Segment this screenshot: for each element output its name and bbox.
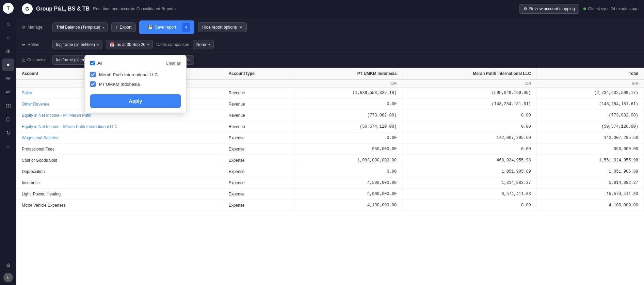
- cell-account-type: Revenue: [223, 110, 295, 121]
- table-row: DepreciationExpense0.001,051,905.891,051…: [16, 166, 644, 177]
- bills-icon[interactable]: ◫: [2, 99, 14, 112]
- save-icon: 💾: [148, 25, 153, 30]
- entity-checkbox-pt-umkm[interactable]: [90, 81, 96, 87]
- apply-button[interactable]: Apply: [90, 94, 181, 108]
- cell-account-type: Expense: [223, 132, 295, 144]
- filter-icon: ☰: [22, 42, 26, 47]
- col-merah-putih: Merah Putih International LLC: [402, 68, 537, 80]
- reports-icon[interactable]: ●: [2, 59, 14, 71]
- currency-pt-umkm: IDR: [295, 80, 402, 87]
- entity-item-pt-umkm: PT UMKM Indonesia: [90, 79, 181, 89]
- cell-total: 5,814,882.37: [536, 177, 644, 189]
- avatar[interactable]: U: [3, 273, 13, 282]
- clear-all-button[interactable]: Clear all: [166, 61, 181, 66]
- cell-account-type: Expense: [223, 200, 295, 211]
- cell-account-type: Revenue: [223, 121, 295, 132]
- cell-account[interactable]: Wages and Salaries: [16, 132, 223, 144]
- search-icon[interactable]: ⌕: [2, 31, 14, 44]
- cell-merah-putih: 142,007,295.60: [402, 132, 537, 144]
- cell-merah-putih: 468,024,955.98: [402, 155, 537, 166]
- cell-account-type: Revenue: [223, 99, 295, 110]
- col-pt-umkm: PT UMKM Indonesia: [295, 68, 402, 80]
- cell-account-type: Expense: [223, 166, 295, 177]
- template-dropdown[interactable]: Trial Balance (Template) ▾: [52, 22, 108, 32]
- sync-icon[interactable]: ↻: [2, 127, 14, 139]
- cell-total: (50,574,120.00): [536, 121, 644, 132]
- home-icon[interactable]: ⌂: [2, 18, 14, 30]
- cell-pt-umkm: 0.00: [295, 166, 402, 177]
- cell-account-type: Expense: [223, 155, 295, 166]
- page-title: Group P&L, BS & TB: [36, 6, 90, 12]
- hide-report-options-button[interactable]: Hide report options ✕: [198, 22, 246, 32]
- date-dropdown[interactable]: 📅 as at 30 Sep 20 ▾: [106, 40, 153, 49]
- export-button[interactable]: ↑ Export: [111, 22, 136, 32]
- cell-merah-putih: 0.00: [402, 110, 537, 121]
- cell-account: Light, Power, Heating: [16, 189, 223, 200]
- cell-account-type: Expense: [223, 144, 295, 155]
- cell-pt-umkm: 4,100,000.00: [295, 200, 402, 211]
- cell-account: Insurance: [16, 177, 223, 189]
- select-all-checkbox[interactable]: [90, 61, 95, 65]
- col-account-type: Account type: [223, 68, 295, 80]
- connections-icon[interactable]: ⬡: [2, 113, 14, 125]
- cell-total: 15,574,411.83: [536, 189, 644, 200]
- save-report-dropdown-button[interactable]: ▾: [182, 23, 190, 32]
- app-logo[interactable]: T: [3, 3, 14, 14]
- cell-pt-umkm: (50,574,120.00): [295, 121, 402, 132]
- cell-pt-umkm: 950,000.00: [295, 144, 402, 155]
- review-account-mapping-button[interactable]: ⚙ Review account mapping: [519, 4, 579, 14]
- table-row: Professional FeesExpense950,000.000.0095…: [16, 144, 644, 155]
- cell-merah-putih: 1,051,905.89: [402, 166, 537, 177]
- sync-status: Oldest sync 24 minutes ago: [583, 6, 639, 11]
- col-total: Total: [536, 68, 644, 80]
- sidebar: T ⌂ ⌕ ⊞ ● AP AR ◫ ⬡ ↻ ⌕ ⚙ U: [0, 0, 16, 285]
- main-content: G Group P&L, BS & TB Real-time and accur…: [16, 0, 644, 285]
- save-report-button[interactable]: 💾 Save report: [144, 23, 180, 32]
- cell-merah-putih: 0.00: [402, 144, 537, 155]
- sync-indicator: [583, 7, 586, 10]
- export-icon: ↑: [116, 25, 118, 30]
- grid-icon[interactable]: ⊞: [2, 45, 14, 57]
- ar-icon[interactable]: AR: [2, 86, 14, 98]
- table-row: InsuranceExpense4,500,000.001,314,882.37…: [16, 177, 644, 189]
- table-row: Cost of Goods SoldExpense1,093,000,000.0…: [16, 155, 644, 166]
- gear-icon: ⚙: [524, 6, 527, 11]
- cell-pt-umkm: 0.00: [295, 99, 402, 110]
- cell-account-type: Expense: [223, 177, 295, 189]
- cell-total: (2,234,602,509.17): [536, 87, 644, 99]
- entity-dropdown[interactable]: logiframe (all entities) ▾: [52, 40, 102, 49]
- chevron-down-icon: ▾: [185, 25, 187, 30]
- cell-pt-umkm: 0.00: [295, 132, 402, 144]
- cell-pt-umkm: (773,082.00): [295, 110, 402, 121]
- table-row: Light, Power, HeatingExpense9,000,000.00…: [16, 189, 644, 200]
- dates-comparison-label: Dates comparison: [156, 42, 189, 47]
- table-row: Equity in Net Income - Merah Putih Inter…: [16, 121, 644, 132]
- table-row: Motor Vehicle ExpensesExpense4,100,000.0…: [16, 200, 644, 211]
- currency-merah-putih: IDR: [402, 80, 537, 87]
- comparison-dropdown[interactable]: None ▾: [193, 40, 214, 49]
- select-all-label: All: [90, 61, 102, 66]
- cell-merah-putih: 1,314,882.37: [402, 177, 537, 189]
- topbar: G Group P&L, BS & TB Real-time and accur…: [16, 0, 644, 18]
- cell-merah-putih: 6,574,411.83: [402, 189, 537, 200]
- lookup-icon[interactable]: ⌕: [2, 140, 14, 153]
- chevron-down-icon: ▾: [97, 43, 99, 47]
- entity-checkbox-merah-putih[interactable]: [90, 72, 96, 77]
- refine-label: ☰ Refine:: [22, 42, 49, 47]
- cell-account[interactable]: Equity in Net Income - Merah Putih Inter…: [16, 121, 223, 132]
- chevron-down-icon: ▾: [102, 26, 104, 29]
- settings-icon[interactable]: ⚙: [2, 259, 14, 271]
- currency-total: IDR: [536, 80, 644, 87]
- calendar-icon: 📅: [110, 42, 115, 47]
- page-subtitle: Real-time and accurate Consolidated Repo…: [93, 6, 176, 11]
- cell-total: 1,561,024,955.98: [536, 155, 644, 166]
- cell-total: 142,007,295.60: [536, 132, 644, 144]
- cell-account: Professional Fees: [16, 144, 223, 155]
- cell-total: (773,082.00): [536, 110, 644, 121]
- cell-merah-putih: 0.00: [402, 121, 537, 132]
- settings-icon: ⚙: [22, 25, 26, 30]
- close-icon: ✕: [239, 25, 242, 30]
- ap-icon[interactable]: AP: [2, 72, 14, 84]
- cell-account: Depreciation: [16, 166, 223, 177]
- cell-total: 950,000.00: [536, 144, 644, 155]
